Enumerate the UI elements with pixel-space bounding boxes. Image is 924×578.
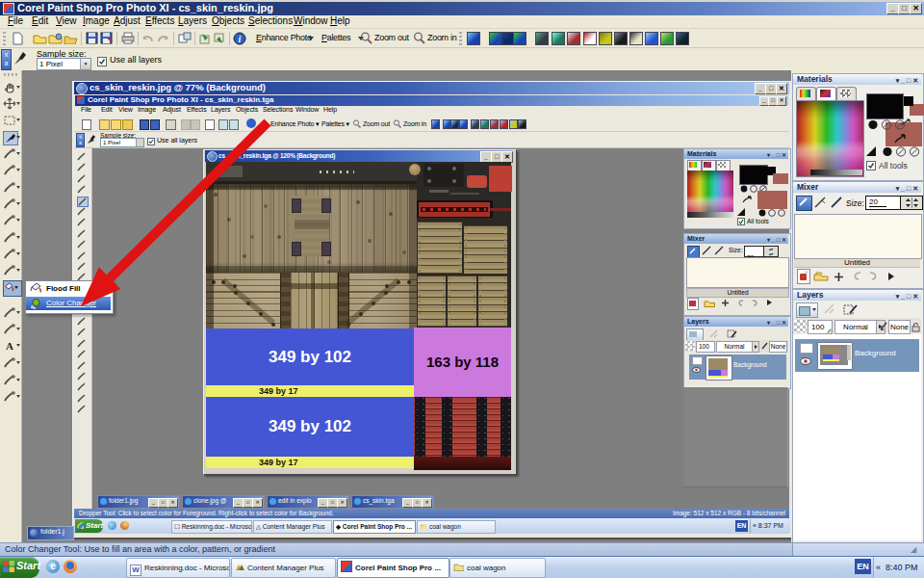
svg-text:i: i <box>239 34 242 44</box>
svg-text:A: A <box>6 340 13 352</box>
